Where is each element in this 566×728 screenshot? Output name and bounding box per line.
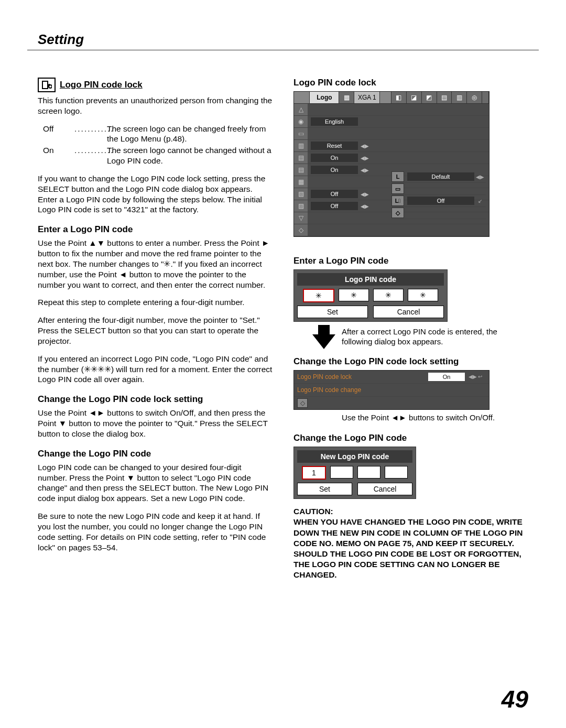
right-heading-change-lock: Change the Logo PIN code lock setting — [293, 356, 528, 367]
extra-capture-icon: ▭ — [391, 183, 404, 194]
panel-mode-label: XGA 1 — [354, 92, 380, 103]
side-ceiling-icon[interactable]: ▧ — [294, 188, 308, 200]
panel-logo-label: Logo — [310, 92, 339, 103]
pin-digit-1[interactable]: ✳ — [303, 289, 334, 302]
pin-cancel-button[interactable]: Cancel — [373, 306, 444, 318]
setting-reset[interactable]: Reset — [311, 142, 358, 150]
panel-top-icon-6: ▥ — [452, 92, 467, 103]
right-heading-change-pin: Change the Logo PIN code — [293, 433, 528, 443]
on-key: On — [43, 145, 74, 166]
header-rule — [27, 50, 539, 50]
side-logo-icon[interactable]: ▦ — [294, 176, 308, 188]
heading-logo-pin: Logo PIN code lock — [60, 80, 143, 90]
side-globe-icon[interactable]: ◉ — [294, 116, 308, 128]
extra-quit-icon: ◇ — [391, 208, 404, 218]
page-section-title: Setting — [38, 31, 528, 48]
enter-p1: Use the Point ▲▼ buttons to enter a numb… — [38, 238, 273, 290]
panel-top-icon-7: ◎ — [467, 92, 482, 103]
panel-extra-box: L Default ◀▶ ▭ L⃘ Off ↙ — [391, 154, 486, 219]
panel-gap — [380, 92, 391, 103]
new-pin-digit-4[interactable] — [385, 466, 408, 479]
arrows-icon: ◀▶ — [360, 142, 369, 150]
setting-english[interactable]: English — [311, 117, 358, 126]
extra-lock-icon: L⃘ — [391, 195, 404, 206]
heading-change-pin: Change the Logo PIN code — [38, 449, 273, 459]
arrows-icon: ◀▶ — [474, 174, 486, 180]
panel-top-icon-4: ◩ — [422, 92, 437, 103]
heading-enter-pin: Enter a Logo PIN code — [38, 224, 273, 235]
panel-top-rest — [482, 92, 489, 103]
caution-title: caution: — [293, 506, 528, 517]
side-rear-icon[interactable]: ▨ — [294, 200, 308, 212]
heading-change-lock: Change the Logo PIN code lock setting — [38, 394, 273, 405]
on-val: The screen logo cannot be changed withou… — [107, 145, 273, 166]
setting-default[interactable]: Default — [407, 172, 474, 181]
intro-text: This function prevents an unauthorized p… — [38, 95, 273, 116]
page-number: 49 — [502, 685, 528, 713]
new-pin-digit-1[interactable]: 1 — [302, 466, 326, 480]
svg-point-0 — [49, 85, 52, 88]
arrows-back-icon: ◀▶ ↩ — [465, 374, 486, 379]
pointer-icon: ↙ — [474, 198, 486, 204]
panel-top-icon-1: ▦ — [339, 92, 354, 103]
after-arrow-text: After a correct Logo PIN code is entered… — [342, 327, 528, 347]
off-val: The screen logo can be changed freely fr… — [107, 124, 273, 145]
para-change-intro: If you want to change the Logo PIN code … — [38, 173, 273, 215]
side-screen-icon[interactable]: ▥ — [294, 140, 308, 152]
pin-dialog-title: Logo PIN code — [297, 273, 444, 286]
arrows-icon: ◀▶ — [360, 202, 369, 210]
pin-digit-3[interactable]: ✳ — [373, 289, 404, 301]
quit-icon[interactable]: ◇ — [297, 398, 308, 408]
side-down-icon[interactable]: ▽ — [294, 212, 308, 224]
lock-panel: Logo PIN code lock On ◀▶ ↩ Logo PIN code… — [293, 370, 489, 410]
enter-p3: After entering the four-digit number, mo… — [38, 315, 273, 346]
panel-top-icon-2: ◧ — [391, 92, 407, 103]
setting-on2[interactable]: On — [311, 166, 358, 174]
logo-pin-icon — [38, 78, 56, 92]
side-display1-icon[interactable]: ▤ — [294, 152, 308, 164]
new-pin-digit-3[interactable] — [357, 466, 380, 479]
hint-text: Use the Point ◄► buttons to switch On/Of… — [342, 413, 528, 423]
new-pin-set-button[interactable]: Set — [297, 483, 352, 495]
setting-off1[interactable]: Off — [311, 190, 358, 198]
side-display2-icon[interactable]: ▤ — [294, 164, 308, 176]
extra-l-icon: L — [391, 171, 404, 182]
caution-body: when you have changed the logo PIN code,… — [293, 517, 528, 580]
dots: ............ — [74, 145, 107, 166]
change-lock-p: Use the Point ◄► buttons to switch On/Of… — [38, 408, 273, 439]
dots: ............ — [74, 124, 107, 145]
arrows-icon: ◀▶ — [360, 190, 369, 198]
enter-p4: If you entered an incorrect Logo PIN cod… — [38, 354, 273, 385]
new-pin-title: New Logo PIN code — [297, 450, 412, 463]
change-pin-p2: Be sure to note the new Logo PIN code an… — [38, 511, 273, 552]
lock-row-val-1[interactable]: On — [428, 373, 465, 381]
new-pin-digit-2[interactable] — [330, 466, 353, 479]
right-heading-enter: Enter a Logo PIN code — [293, 256, 528, 266]
setting-off2[interactable]: Off — [311, 202, 358, 210]
settings-panel: Logo ▦ XGA 1 ◧ ◪ ◩ ▤ ▥ ◎ △ ◉ ▭ — [293, 91, 489, 237]
panel-top-icon-3: ◪ — [407, 92, 422, 103]
panel-corner-icon — [294, 92, 310, 103]
change-pin-p1: Logo PIN code can be changed to your des… — [38, 462, 273, 504]
side-up-icon[interactable]: △ — [294, 104, 308, 116]
side-proj-icon[interactable]: ▭ — [294, 128, 308, 140]
pin-digit-2[interactable]: ✳ — [339, 289, 369, 301]
new-pin-cancel-button[interactable]: Cancel — [357, 483, 412, 495]
lock-row-label-1[interactable]: Logo PIN code lock — [297, 373, 428, 381]
setting-on1[interactable]: On — [311, 154, 358, 162]
lock-row-label-2[interactable]: Logo PIN code change — [297, 386, 486, 394]
pin-dialog: Logo PIN code ✳ ✳ ✳ ✳ Set Cancel — [293, 269, 448, 322]
pin-set-button[interactable]: Set — [297, 306, 368, 318]
off-key: Off — [43, 124, 74, 145]
pin-digit-4[interactable]: ✳ — [408, 289, 438, 301]
right-heading-panel: Logo PIN code lock — [293, 78, 528, 88]
arrows-icon: ◀▶ — [360, 154, 369, 162]
arrows-icon: ◀▶ — [360, 166, 369, 174]
side-quit-icon[interactable]: ◇ — [294, 224, 308, 236]
setting-off3[interactable]: Off — [407, 197, 474, 205]
panel-top-icon-5: ▤ — [437, 92, 452, 103]
new-pin-dialog: New Logo PIN code 1 Set Cancel — [293, 447, 416, 499]
enter-p2: Repeat this step to complete entering a … — [38, 297, 273, 308]
